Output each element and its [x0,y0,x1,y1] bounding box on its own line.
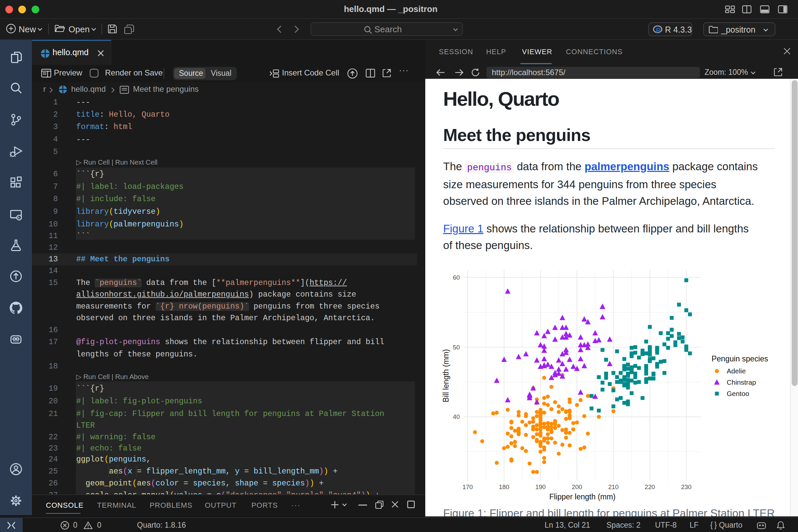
svg-text:180: 180 [499,483,509,490]
svg-text:200: 200 [572,483,582,490]
svg-text:Gentoo: Gentoo [727,390,749,397]
svg-text:210: 210 [608,483,619,490]
svg-text:40: 40 [453,413,460,420]
svg-text:R: R [656,26,661,34]
svg-text:170: 170 [462,483,473,490]
svg-text:Flipper length (mm): Flipper length (mm) [549,492,615,501]
svg-text:Adelie: Adelie [727,367,746,375]
svg-text:50: 50 [453,343,460,350]
svg-text:Penguin species: Penguin species [711,355,768,363]
svg-text:Bill length (mm): Bill length (mm) [441,349,450,402]
svg-text:60: 60 [453,274,460,281]
svg-text:Chinstrap: Chinstrap [727,378,756,386]
svg-text:190: 190 [535,483,546,490]
svg-text:220: 220 [645,483,655,490]
svg-text:230: 230 [681,483,691,490]
